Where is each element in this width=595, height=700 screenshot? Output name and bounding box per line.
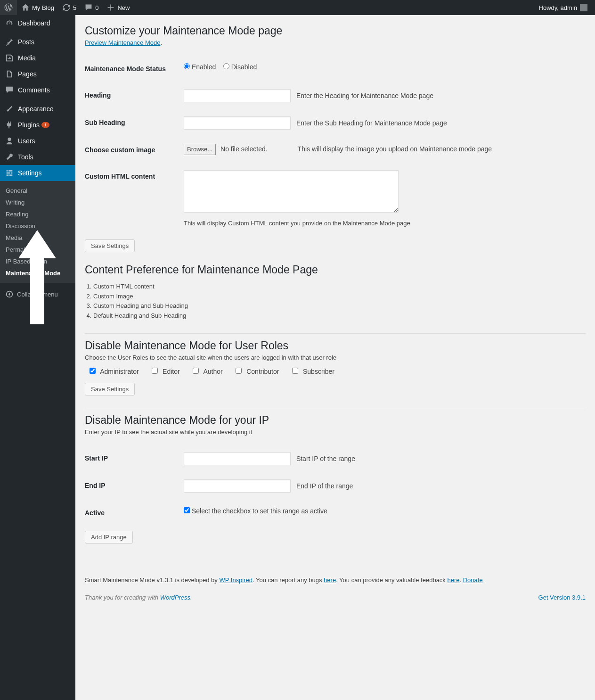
submenu-item-ip-based-login[interactable]: IP Based Login	[0, 255, 75, 267]
comments-count: 0	[95, 4, 98, 11]
page-title: Customize your Maintenance Mode page	[85, 15, 586, 39]
preview-link[interactable]: Preview Maintenance Mode	[85, 39, 160, 46]
role-author[interactable]: Author	[193, 368, 222, 375]
sidebar-item-settings[interactable]: Settings	[0, 165, 75, 181]
custom-html-textarea[interactable]	[184, 170, 399, 213]
end-ip-input[interactable]	[184, 479, 291, 493]
start-ip-input[interactable]	[184, 452, 291, 465]
ip-subtitle: Enter your IP to see the actual site whi…	[85, 428, 586, 436]
collapse-icon	[5, 289, 14, 299]
plugins-badge: 1	[41, 122, 49, 128]
wp-logo-button[interactable]	[0, 0, 17, 15]
wrench-icon	[5, 152, 14, 162]
role-subscriber-checkbox[interactable]	[292, 368, 298, 374]
comments-button[interactable]: 0	[80, 0, 102, 15]
media-icon	[5, 53, 14, 63]
sidebar-item-plugins[interactable]: Plugins 1	[0, 117, 75, 133]
updates-count: 5	[73, 4, 76, 11]
roles-checkbox-row: Administrator Editor Author Contributor …	[85, 361, 586, 378]
pin-icon	[5, 37, 14, 47]
feedback-link[interactable]: here	[447, 576, 459, 584]
sidebar-item-label: Dashboard	[18, 19, 50, 27]
site-name-label: My Blog	[32, 4, 54, 11]
submenu-item-permalinks[interactable]: Permalinks	[0, 244, 75, 255]
subheading-hint: Enter the Sub Heading for Maintenance Mo…	[296, 119, 447, 127]
wordpress-link[interactable]: WordPress	[160, 594, 190, 601]
active-checkbox[interactable]	[184, 507, 190, 513]
custom-image-hint: This will display the image you upload o…	[298, 145, 492, 153]
collapse-menu-button[interactable]: Collapse menu	[0, 286, 75, 303]
role-editor-checkbox[interactable]	[152, 368, 158, 374]
sidebar-item-label: Comments	[18, 86, 50, 94]
account-button[interactable]: Howdy, admin	[535, 0, 591, 15]
user-icon	[5, 136, 14, 146]
avatar	[580, 4, 587, 11]
updates-button[interactable]: 5	[58, 0, 80, 15]
sidebar-item-posts[interactable]: Posts	[0, 34, 75, 50]
field-label-custom-html: Custom HTML content	[85, 163, 179, 235]
start-ip-hint: Start IP of the range	[296, 455, 355, 462]
donate-link[interactable]: Donate	[463, 576, 483, 584]
submenu-item-writing[interactable]: Writing	[0, 197, 75, 208]
status-enabled-radio[interactable]	[184, 63, 190, 69]
site-name-button[interactable]: My Blog	[17, 0, 58, 15]
heading-input[interactable]	[184, 89, 291, 102]
sidebar-item-dashboard[interactable]: Dashboard	[0, 15, 75, 31]
sliders-icon	[5, 168, 14, 178]
role-administrator[interactable]: Administrator	[90, 368, 139, 375]
field-label-subheading: Sub Heading	[85, 109, 179, 137]
wp-inspired-link[interactable]: WP Inspired	[219, 576, 253, 584]
field-label-active: Active	[85, 500, 179, 526]
plus-icon	[106, 3, 115, 12]
field-label-start-ip: Start IP	[85, 445, 179, 472]
sidebar-item-label: Settings	[18, 169, 42, 177]
save-settings-button-2[interactable]: Save Settings	[85, 383, 135, 395]
submenu-item-media[interactable]: Media	[0, 232, 75, 244]
sidebar-item-label: Media	[18, 54, 36, 62]
field-label-status: Maintenance Mode Status	[85, 56, 179, 82]
list-item: Default Heading and Sub Heading	[93, 311, 586, 321]
role-author-checkbox[interactable]	[193, 368, 199, 374]
add-ip-range-button[interactable]: Add IP range	[85, 531, 133, 544]
dashboard-icon	[5, 18, 14, 28]
plugin-footer-line: Smart Maintenance Mode v1.3.1 is develop…	[85, 576, 586, 584]
plug-icon	[5, 120, 14, 130]
new-button[interactable]: New	[102, 0, 133, 15]
settings-submenu: General Writing Reading Discussion Media…	[0, 181, 75, 283]
role-contributor-checkbox[interactable]	[236, 368, 242, 374]
ip-title: Disable Maintenance Mode for your IP	[85, 412, 586, 428]
submenu-item-reading[interactable]: Reading	[0, 208, 75, 220]
submenu-item-discussion[interactable]: Discussion	[0, 220, 75, 232]
save-settings-button-1[interactable]: Save Settings	[85, 239, 135, 252]
sidebar-item-appearance[interactable]: Appearance	[0, 101, 75, 117]
main-content: Customize your Maintenance Mode page Pre…	[75, 15, 595, 700]
sidebar-item-label: Appearance	[18, 105, 54, 113]
list-item: Custom HTML content	[93, 282, 586, 292]
status-disabled-radio[interactable]	[223, 63, 229, 69]
sidebar-item-pages[interactable]: Pages	[0, 66, 75, 82]
status-disabled-option[interactable]: Disabled	[223, 63, 257, 71]
sidebar-item-tools[interactable]: Tools	[0, 149, 75, 165]
roles-title: Disable Maintenance Mode for User Roles	[85, 338, 586, 354]
sidebar-item-media[interactable]: Media	[0, 50, 75, 66]
sidebar-item-users[interactable]: Users	[0, 133, 75, 149]
content-pref-title: Content Preference for Maintenance Mode …	[85, 252, 586, 278]
field-label-custom-image: Choose custom image	[85, 137, 179, 163]
subheading-input[interactable]	[184, 116, 291, 130]
browse-button[interactable]: Browse...	[184, 144, 216, 155]
role-subscriber[interactable]: Subscriber	[292, 368, 334, 375]
sidebar-item-label: Users	[18, 137, 35, 145]
sidebar-item-comments[interactable]: Comments	[0, 82, 75, 98]
role-editor[interactable]: Editor	[152, 368, 179, 375]
get-version-link[interactable]: Get Version 3.9.1	[538, 594, 586, 601]
list-item: Custom Heading and Sub Heading	[93, 301, 586, 311]
status-enabled-option[interactable]: Enabled	[184, 63, 216, 71]
list-item: Custom Image	[93, 292, 586, 302]
role-administrator-checkbox[interactable]	[90, 368, 96, 374]
submenu-item-maintenance-mode[interactable]: Maintenance Mode	[0, 267, 75, 279]
roles-subtitle: Choose the User Roles to see the actual …	[85, 354, 586, 361]
active-option[interactable]: Select the checkbox to set this range as…	[184, 507, 327, 515]
role-contributor[interactable]: Contributor	[236, 368, 279, 375]
submenu-item-general[interactable]: General	[0, 185, 75, 197]
report-bugs-link[interactable]: here	[324, 576, 336, 584]
